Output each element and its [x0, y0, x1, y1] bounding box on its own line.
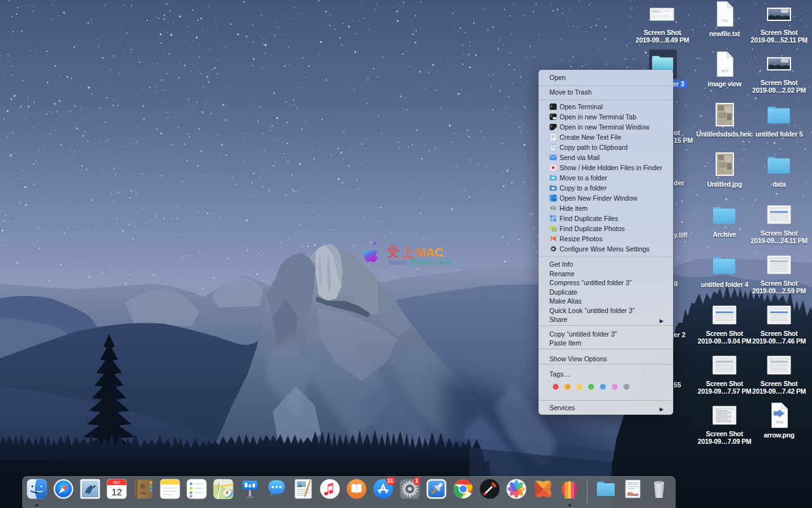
svg-text:DEC: DEC [113, 481, 120, 485]
svg-text:PNG: PNG [776, 420, 783, 424]
svg-text:TXT: TXT [722, 19, 729, 23]
svg-text:RTF: RTF [722, 69, 729, 73]
svg-text:12: 12 [111, 486, 122, 497]
